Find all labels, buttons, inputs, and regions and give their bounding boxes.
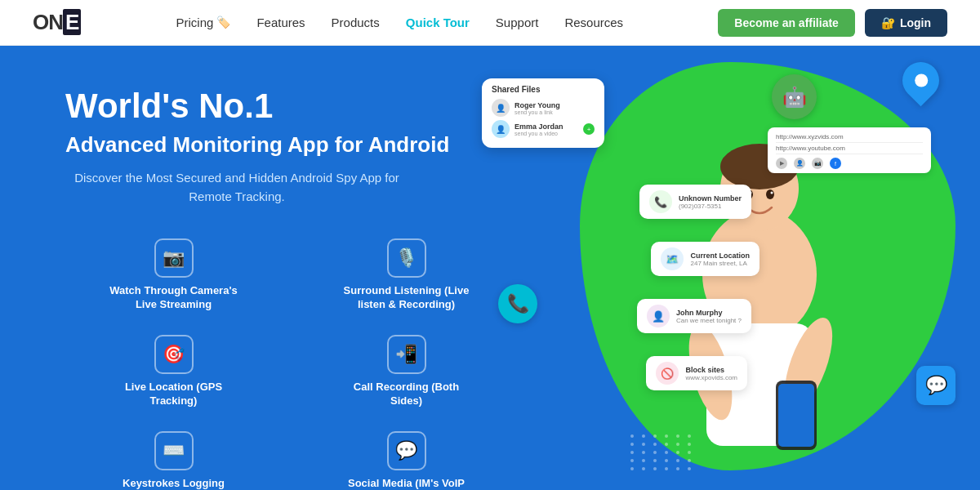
instagram-icon: 📷 (812, 158, 823, 169)
svg-rect-7 (778, 384, 814, 447)
location-sub: 247 Main street, LA (690, 260, 750, 267)
logo[interactable]: ONE (33, 10, 81, 35)
hero-description: Discover the Most Secured and Hidden And… (65, 169, 408, 206)
john-title: John Murphy (676, 309, 742, 317)
facebook-icon: f (830, 158, 841, 169)
block-icon: 🚫 (656, 362, 679, 385)
login-button[interactable]: 🔐 Login (865, 9, 947, 37)
user-icon: 👤 (794, 158, 805, 169)
call-icon: 📲 (387, 335, 426, 374)
feature-camera: 📷 Watch Through Camera's Live Streaming (65, 238, 282, 312)
john-murphy-card: 👤 John Murphy Can we meet tonight ? (637, 299, 751, 333)
feature-surround: 🎙️ Surround Listening (Live listen & Rec… (298, 238, 514, 312)
feature-call-label: Call Recording (Both Sides) (341, 381, 472, 408)
feature-location: 🎯 Live Location (GPS Tracking) (65, 335, 282, 408)
mic-icon: 🎙️ (387, 238, 426, 278)
unknown-number-sub: (902)037-5351 (679, 203, 742, 210)
person-icon: 👤 (647, 305, 670, 327)
nav-quick-tour[interactable]: Quick Tour (406, 16, 470, 30)
block-title: Block sites (685, 366, 737, 374)
features-grid: 📷 Watch Through Camera's Live Streaming … (65, 238, 514, 490)
contact1-sub: send you a link (514, 109, 560, 115)
navbar: ONE Pricing 🏷️ Features Products Quick T… (0, 0, 980, 46)
social-icon: 💬 (387, 431, 426, 470)
affiliate-button[interactable]: Become an affiliate (718, 9, 855, 37)
svg-point-9 (766, 189, 774, 199)
unknown-number-title: Unknown Number (679, 194, 742, 203)
feature-surround-label: Surround Listening (Live listen & Record… (341, 284, 472, 312)
fire-icon: 🏷️ (216, 16, 230, 29)
location-pin-icon (895, 55, 947, 107)
unknown-number-card: 📞 Unknown Number (902)037-5351 (639, 185, 751, 219)
camera-icon: 📷 (154, 238, 194, 278)
phone-call-icon: 📞 (649, 190, 672, 213)
nav-menu: Pricing 🏷️ Features Products Quick Tour … (176, 16, 624, 30)
svg-point-11 (771, 192, 773, 194)
hero-subtitle: Advanced Monitoring App for Android (65, 132, 514, 158)
john-sub: Can we meet tonight ? (676, 317, 742, 324)
feature-camera-label: Watch Through Camera's Live Streaming (109, 284, 239, 312)
contact2-name: Emma Jordan (514, 122, 564, 131)
lock-icon: 🔐 (881, 16, 895, 29)
feature-keylogger-label: Keystrokes Logging (Android Keylogger) (109, 477, 239, 490)
feature-social: 💬 Social Media (IM's VoIP Calls) (298, 431, 514, 490)
youtube-icon: ▶ (776, 158, 787, 169)
hero-visual: 🤖 Shared Files 👤 Roger Young send you a … (474, 46, 980, 490)
feature-call: 📲 Call Recording (Both Sides) (298, 335, 514, 408)
url2: http://www.youtube.com (776, 143, 923, 154)
hero-section: World's No.1 Advanced Monitoring App for… (0, 46, 980, 490)
add-icon: + (583, 123, 595, 135)
map-icon: 🗺️ (661, 247, 684, 270)
feature-location-label: Live Location (GPS Tracking) (109, 381, 239, 408)
contact2-sub: send you a video (514, 131, 564, 136)
nav-pricing[interactable]: Pricing 🏷️ (176, 16, 231, 30)
feature-keylogger: ⌨️ Keystrokes Logging (Android Keylogger… (65, 431, 282, 490)
chat-icon-float: 💬 (916, 366, 956, 405)
url-bar-card: http://www.xyzvids.com http://www.youtub… (768, 127, 931, 173)
nav-products[interactable]: Products (332, 16, 380, 30)
hero-title: World's No.1 (65, 87, 514, 126)
nav-support[interactable]: Support (496, 16, 539, 30)
location-title: Current Location (690, 252, 750, 260)
hero-content: World's No.1 Advanced Monitoring App for… (65, 87, 514, 490)
contact1-name: Roger Young (514, 101, 560, 109)
block-sub: www.xpovids.com (685, 374, 737, 381)
feature-social-label: Social Media (IM's VoIP Calls) (341, 477, 472, 490)
nav-resources[interactable]: Resources (564, 16, 623, 30)
current-location-card: 🗺️ Current Location 247 Main street, LA (651, 242, 760, 276)
url1: http://www.xyzvids.com (776, 131, 923, 143)
block-sites-card: 🚫 Block sites www.xpovids.com (646, 356, 747, 390)
android-icon: 🤖 (772, 74, 817, 119)
keyboard-icon: ⌨️ (154, 431, 194, 470)
location-icon-feat: 🎯 (154, 335, 194, 374)
nav-features[interactable]: Features (256, 16, 305, 30)
navbar-actions: Become an affiliate 🔐 Login (718, 9, 947, 37)
